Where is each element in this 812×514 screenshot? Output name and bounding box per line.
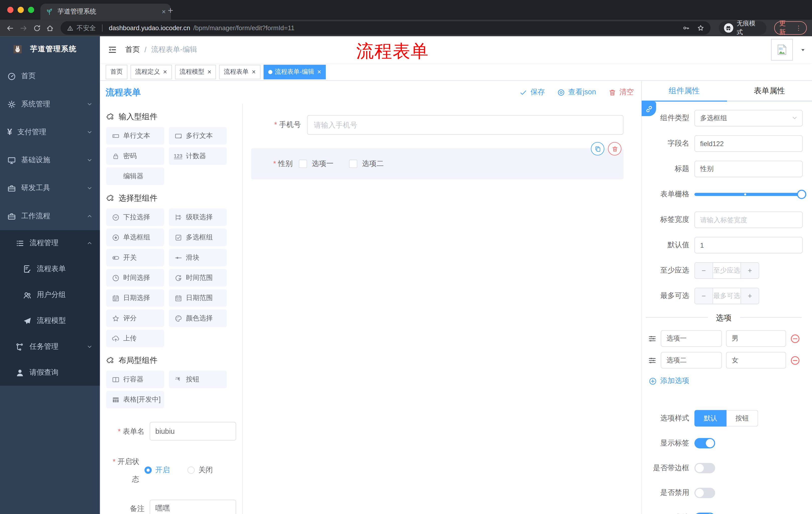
phone-input[interactable] <box>307 115 623 135</box>
show-label-switch[interactable] <box>694 438 715 449</box>
page-tag[interactable]: 流程定义 × <box>130 64 172 79</box>
page-tag[interactable]: 流程表单-编辑 × <box>264 64 326 79</box>
breadcrumb-home[interactable]: 首页 <box>125 45 140 54</box>
form-name-input[interactable] <box>150 422 236 440</box>
max-select-placeholder[interactable]: 最多可选 <box>713 288 741 304</box>
stepper-minus-button[interactable]: − <box>695 288 713 304</box>
back-icon[interactable] <box>5 24 16 32</box>
bind-link-tag[interactable] <box>642 102 656 116</box>
sidebar-item[interactable]: 首页 <box>0 62 100 90</box>
minimize-window-button[interactable] <box>18 7 24 13</box>
stepper-plus-button[interactable]: + <box>741 288 759 304</box>
component-type-select[interactable] <box>694 110 803 127</box>
component-chip[interactable]: 时间选择 <box>106 269 164 287</box>
drag-handle-icon[interactable] <box>648 334 657 343</box>
canvas-field-phone[interactable]: 手机号 <box>251 115 624 135</box>
page-tag[interactable]: 流程模型 × <box>175 64 216 79</box>
form-canvas[interactable]: 手机号 性别 <box>243 104 641 514</box>
component-chip[interactable]: 开关 <box>106 249 164 266</box>
checkbox-icon[interactable] <box>299 160 307 168</box>
drag-handle-icon[interactable] <box>648 356 657 364</box>
option-value-input[interactable] <box>726 352 786 369</box>
close-window-button[interactable] <box>7 7 13 13</box>
remove-option-icon[interactable] <box>790 355 800 365</box>
sidebar-subitem[interactable]: 流程管理 <box>0 230 100 256</box>
tab-form-props[interactable]: 表单属性 <box>727 81 812 101</box>
gender-checkbox[interactable]: 选项二 <box>349 159 384 168</box>
option-value-input[interactable] <box>726 330 786 347</box>
tag-close-icon[interactable]: × <box>252 68 256 76</box>
sidebar-subitem[interactable]: 用户分组 <box>0 282 100 308</box>
sidebar-item[interactable]: 系统管理 <box>0 90 100 118</box>
new-tab-button[interactable]: + <box>168 5 173 16</box>
component-chip[interactable]: 多行文本 <box>169 127 227 144</box>
label-width-input[interactable] <box>694 212 803 228</box>
style-default-button[interactable]: 默认 <box>694 410 727 427</box>
component-chip[interactable]: 滑块 <box>169 249 227 266</box>
sidebar-subitem[interactable]: 任务管理 <box>0 334 100 360</box>
stepper-minus-button[interactable]: − <box>695 263 713 278</box>
option-label-input[interactable] <box>661 352 722 369</box>
home-icon[interactable] <box>45 24 55 32</box>
status-off-radio[interactable]: 关闭 <box>187 461 213 479</box>
tab-close-icon[interactable]: × <box>162 8 166 16</box>
component-chip[interactable]: 按钮 <box>169 371 227 388</box>
component-chip[interactable]: 123 计数器 <box>169 147 227 165</box>
tag-close-icon[interactable]: × <box>163 68 167 76</box>
window-controls[interactable] <box>7 7 34 13</box>
address-bar[interactable]: 不安全 dashboard.yudao.iocoder.cn/bpm/manag… <box>61 21 710 35</box>
sidebar-item[interactable]: 研发工具 <box>0 174 100 202</box>
page-tag[interactable]: 首页 × <box>106 64 127 79</box>
component-chip[interactable]: 上传 <box>106 330 164 347</box>
page-tag[interactable]: 流程表单 × <box>219 64 260 79</box>
component-chip[interactable]: 日期范围 <box>169 289 227 307</box>
sidebar-item[interactable]: ¥ 支付管理 <box>0 118 100 146</box>
component-chip[interactable]: 行容器 <box>106 371 164 388</box>
sidebar-subitem[interactable]: 流程模型 <box>0 308 100 334</box>
copy-component-button[interactable] <box>591 142 605 156</box>
view-json-button[interactable]: 查看json <box>557 87 596 97</box>
chrome-update-button[interactable]: 更新 ⋮ <box>774 21 807 35</box>
add-option-button[interactable]: 添加选项 <box>649 376 803 385</box>
clear-button[interactable]: 清空 <box>609 87 634 97</box>
component-chip[interactable]: 颜色选择 <box>169 309 227 327</box>
component-chip[interactable]: 时间范围 <box>169 269 227 287</box>
browser-tab[interactable]: 芋道管理系统 × <box>40 3 171 20</box>
reload-icon[interactable] <box>32 24 42 32</box>
title-input[interactable] <box>694 161 803 177</box>
delete-component-button[interactable] <box>608 142 621 156</box>
disabled-switch[interactable] <box>694 488 715 498</box>
min-select-placeholder[interactable]: 至少应选 <box>713 263 741 278</box>
component-chip[interactable]: 单选框组 <box>106 228 164 246</box>
option-label-input[interactable] <box>661 330 722 347</box>
sidebar-subitem[interactable]: 请假查询 <box>0 360 100 385</box>
checkbox-icon[interactable] <box>349 160 357 168</box>
slider-handle[interactable] <box>797 190 806 199</box>
collapse-sidebar-icon[interactable] <box>108 45 117 54</box>
required-switch[interactable] <box>694 513 715 514</box>
default-value-input[interactable] <box>694 237 803 253</box>
sidebar-subitem[interactable]: 流程表单 <box>0 256 100 282</box>
component-chip[interactable]: 表格[开发中] <box>106 391 164 408</box>
bookmark-star-icon[interactable] <box>697 24 704 32</box>
remove-option-icon[interactable] <box>790 333 800 343</box>
sidebar-item[interactable]: 基础设施 <box>0 146 100 174</box>
stepper-plus-button[interactable]: + <box>741 263 759 278</box>
tab-component-props[interactable]: 组件属性 <box>642 81 727 101</box>
gender-checkbox[interactable]: 选项一 <box>299 159 334 168</box>
status-on-radio[interactable]: 开启 <box>144 461 170 479</box>
save-button[interactable]: 保存 <box>520 87 545 97</box>
component-chip[interactable]: 编辑器 <box>106 167 164 185</box>
tag-close-icon[interactable]: × <box>207 68 211 76</box>
component-chip[interactable]: 密码 <box>106 147 164 165</box>
tag-close-icon[interactable]: × <box>317 68 321 76</box>
component-chip[interactable]: 单行文本 <box>106 127 164 144</box>
form-remark-textarea[interactable]: 嘿嘿 <box>150 500 236 514</box>
app-logo[interactable]: 芋道管理系统 <box>0 36 100 62</box>
component-chip[interactable]: 评分 <box>106 309 164 327</box>
component-chip[interactable]: 日期选择 <box>106 289 164 307</box>
slider-track[interactable] <box>694 193 803 196</box>
browser-menu-icon[interactable]: ⋮ <box>795 24 802 32</box>
avatar-caret-down-icon[interactable] <box>800 47 806 53</box>
password-key-icon[interactable] <box>683 24 690 32</box>
